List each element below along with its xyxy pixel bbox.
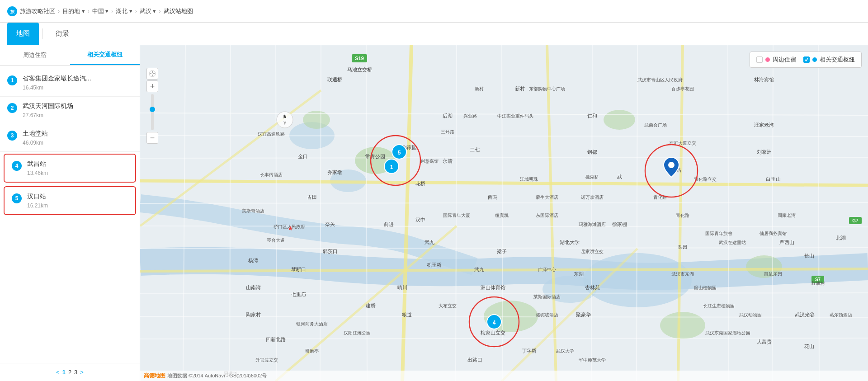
list-item[interactable]: 3 土地堂站 46.09km bbox=[0, 124, 140, 152]
svg-text:国际青年大厦: 国际青年大厦 bbox=[443, 213, 470, 218]
svg-text:1: 1 bbox=[390, 164, 393, 170]
page-prev[interactable]: < bbox=[56, 369, 60, 376]
site-logo: 旅 bbox=[7, 6, 17, 16]
svg-text:武汉东湖国家湿地公园: 武汉东湖国家湿地公园 bbox=[705, 330, 750, 335]
svg-text:汉中: 汉中 bbox=[415, 217, 425, 222]
svg-text:东部购物中心广场: 东部购物中心广场 bbox=[529, 86, 565, 91]
svg-text:钢都: 钢都 bbox=[587, 149, 597, 155]
svg-text:大富贵: 大富贵 bbox=[757, 339, 772, 344]
svg-text:晴川: 晴川 bbox=[397, 285, 407, 290]
svg-text:古田: 古田 bbox=[307, 194, 317, 200]
tab-map[interactable]: 地图 bbox=[7, 23, 39, 45]
svg-text:严西山: 严西山 bbox=[779, 240, 794, 245]
item-info-4: 武昌站 13.46km bbox=[27, 160, 128, 176]
svg-text:创意嘉馆: 创意嘉馆 bbox=[420, 159, 439, 164]
breadcrumb-bar: 旅 旅游攻略社区 › 目的地 ▾ › 中国 ▾ › 湖北 ▾ › 武汉 ▾ › … bbox=[0, 0, 868, 23]
svg-text:陶家村: 陶家村 bbox=[246, 312, 261, 317]
svg-text:4: 4 bbox=[493, 320, 496, 326]
svg-text:青化路: 青化路 bbox=[676, 213, 689, 218]
compass-btn[interactable] bbox=[146, 68, 158, 80]
svg-text:四新北路: 四新北路 bbox=[266, 337, 286, 342]
svg-text:花山: 花山 bbox=[804, 343, 814, 349]
item-dist-5: 16.21km bbox=[27, 202, 128, 209]
svg-text:中江实业重件码头: 中江实业重件码头 bbox=[497, 113, 533, 118]
svg-text:武汉动物园: 武汉动物园 bbox=[739, 312, 762, 317]
legend-transport-checkbox[interactable] bbox=[803, 56, 810, 63]
svg-text:搅湖桥: 搅湖桥 bbox=[585, 174, 599, 179]
sidebar-tab-transport[interactable]: 相关交通枢纽 bbox=[70, 45, 140, 65]
main-layout: 周边住宿 相关交通枢纽 1 省客集团金家墩长途汽... 16.45km 2 武汉… bbox=[0, 45, 868, 381]
item-name-3: 土地堂站 bbox=[23, 130, 132, 138]
sidebar-tab-bar: 周边住宿 相关交通枢纽 bbox=[0, 45, 140, 66]
svg-text:S19: S19 bbox=[355, 56, 364, 61]
svg-text:百步亭花园: 百步亭花园 bbox=[671, 86, 694, 91]
svg-text:山南湾: 山南湾 bbox=[246, 285, 261, 290]
svg-text:G7: G7 bbox=[852, 218, 859, 223]
map-copyright: 高德地图 地图数据 ©2014 AutoNavi - GS(2014)6002号 bbox=[140, 371, 868, 381]
breadcrumb-destination[interactable]: 目的地 ▾ bbox=[62, 7, 85, 15]
page-next[interactable]: > bbox=[80, 369, 84, 376]
svg-text:纽宾凯: 纽宾凯 bbox=[495, 213, 509, 218]
legend-accommodation-checkbox[interactable] bbox=[756, 56, 763, 63]
svg-text:国际青年旅舍: 国际青年旅舍 bbox=[705, 231, 732, 236]
svg-text:江城明珠: 江城明珠 bbox=[520, 177, 538, 182]
breadcrumb-home[interactable]: 旅游攻略社区 bbox=[20, 7, 55, 15]
item-number-3: 3 bbox=[7, 131, 17, 141]
breadcrumb-wuhan[interactable]: 武汉 ▾ bbox=[140, 7, 156, 15]
svg-text:长丰阔酒店: 长丰阔酒店 bbox=[260, 172, 283, 177]
tab-divider bbox=[42, 28, 43, 39]
page-3[interactable]: 3 bbox=[74, 369, 77, 376]
svg-text:湖北大学: 湖北大学 bbox=[560, 240, 580, 245]
svg-text:周家老湾: 周家老湾 bbox=[778, 213, 796, 218]
svg-text:建桥: 建桥 bbox=[365, 303, 376, 308]
legend-transport[interactable]: 相关交通枢纽 bbox=[803, 56, 855, 64]
svg-text:马池立交桥: 马池立交桥 bbox=[347, 67, 372, 72]
svg-text:永清: 永清 bbox=[443, 158, 453, 164]
map-copyright-text: 地图数据 ©2014 AutoNavi - GS(2014)6002号 bbox=[167, 372, 267, 379]
svg-text:长江生态植物园: 长江生态植物园 bbox=[703, 303, 735, 308]
map-provider: 高德地图 bbox=[144, 372, 165, 380]
svg-point-9 bbox=[604, 110, 635, 130]
svg-text:丁字桥: 丁字桥 bbox=[522, 348, 537, 353]
map-legend: 周边住宿 相关交通枢纽 bbox=[750, 52, 862, 68]
svg-text:玛雅海滩酒店: 玛雅海滩酒店 bbox=[579, 222, 606, 227]
list-item[interactable]: 4 武昌站 13.46km bbox=[5, 155, 135, 182]
svg-text:葛尔顿酒店: 葛尔顿酒店 bbox=[830, 312, 852, 317]
list-item[interactable]: 1 省客集团金家墩长途汽... 16.45km bbox=[0, 69, 140, 97]
svg-text:联通桥: 联通桥 bbox=[327, 77, 342, 82]
legend-accommodation[interactable]: 周边住宿 bbox=[756, 56, 796, 64]
svg-point-11 bbox=[660, 312, 705, 339]
item-name-1: 省客集团金家墩长途汽... bbox=[23, 75, 132, 83]
zoom-out-btn[interactable]: − bbox=[146, 132, 158, 144]
sidebar-tab-accommodation[interactable]: 周边住宿 bbox=[0, 45, 70, 65]
zoom-in-btn[interactable]: + bbox=[146, 80, 158, 92]
svg-text:兴业路: 兴业路 bbox=[463, 113, 477, 118]
svg-text:武九: 武九 bbox=[474, 267, 484, 272]
item-number-4: 4 bbox=[12, 161, 22, 171]
svg-text:武汉光谷: 武汉光谷 bbox=[795, 312, 815, 317]
item-dist-3: 46.09km bbox=[23, 140, 132, 146]
svg-point-161 bbox=[668, 162, 675, 168]
legend-transport-label: 相关交通枢纽 bbox=[820, 56, 855, 64]
svg-text:长山: 长山 bbox=[804, 253, 814, 259]
svg-text:汉阳江滩公园: 汉阳江滩公园 bbox=[344, 330, 371, 335]
svg-text:鼠鼠乐园: 鼠鼠乐园 bbox=[764, 272, 782, 277]
list-item[interactable]: 5 汉口站 16.21km bbox=[5, 187, 135, 214]
map-area[interactable]: S19 S7 G7 马池立交桥 联通桥 汉宜高速铁路 常青公园 金口 乔家墩 长… bbox=[140, 45, 868, 381]
svg-text:仙居商务宾馆: 仙居商务宾馆 bbox=[760, 231, 787, 236]
item-number-5: 5 bbox=[12, 193, 22, 203]
svg-text:出路口: 出路口 bbox=[467, 357, 482, 362]
svg-text:洲山体育馆: 洲山体育馆 bbox=[481, 285, 505, 290]
tab-street[interactable]: 街景 bbox=[47, 23, 78, 45]
breadcrumb-china[interactable]: 中国 ▾ bbox=[92, 7, 109, 15]
svg-text:武商会广场: 武商会广场 bbox=[644, 122, 667, 127]
page-1[interactable]: 1 bbox=[62, 369, 66, 376]
list-item[interactable]: 2 武汉天河国际机场 27.67km bbox=[0, 97, 140, 124]
svg-text:后湖: 后湖 bbox=[443, 113, 453, 118]
page-2[interactable]: 2 bbox=[68, 369, 71, 376]
breadcrumb-hubei[interactable]: 湖北 ▾ bbox=[116, 7, 132, 15]
item-dist-4: 13.46km bbox=[27, 170, 128, 176]
svg-text:前进: 前进 bbox=[384, 221, 394, 227]
zoom-slider[interactable] bbox=[151, 94, 154, 130]
sidebar-list: 1 省客集团金家墩长途汽... 16.45km 2 武汉天河国际机场 27.67… bbox=[0, 66, 140, 363]
